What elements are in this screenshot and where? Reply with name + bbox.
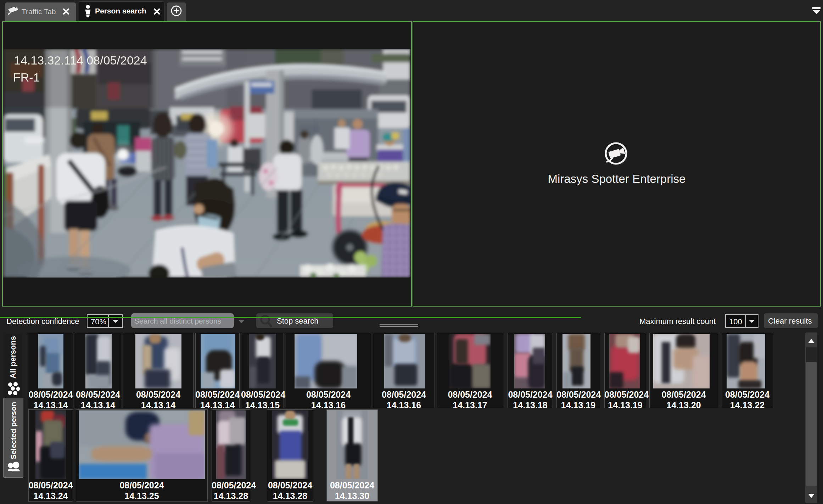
svg-text:FR-1: FR-1: [13, 71, 40, 84]
svg-text:14.13.32.114 08/05/2024: 14.13.32.114 08/05/2024: [14, 54, 147, 67]
